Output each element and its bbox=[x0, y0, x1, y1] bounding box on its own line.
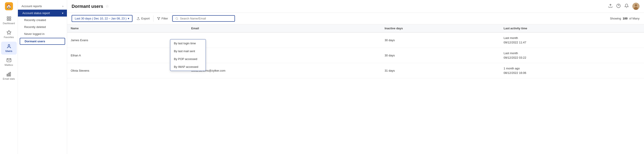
sidebar-item-dashboard[interactable]: Dashboard bbox=[1, 14, 17, 27]
recently-deleted-label: Recently deleted bbox=[24, 25, 46, 29]
dropdown-item-last-mail[interactable]: By last mail sent bbox=[170, 47, 206, 55]
chevron-right-icon: › bbox=[62, 5, 63, 8]
sidebar-item-label: Email stats bbox=[3, 78, 15, 80]
sidebar-item-label: Users bbox=[5, 50, 12, 52]
dormant-users-table: Name Email Inactive days Last activity t… bbox=[67, 24, 644, 78]
sidebar-item-label: Favorites bbox=[4, 36, 14, 38]
export-label: Export bbox=[141, 17, 150, 20]
filter-button[interactable]: Filter bbox=[154, 16, 171, 22]
svg-marker-4 bbox=[7, 30, 11, 34]
divider-2 bbox=[153, 16, 154, 22]
sidebar-item-dormant-users[interactable]: Dormant users bbox=[20, 38, 65, 45]
cell-name: Olivia Stevens bbox=[67, 63, 188, 78]
table-container: Name Email Inactive days Last activity t… bbox=[67, 24, 644, 154]
table-row: Ethan A crmwo... 30 days Last month 09/1… bbox=[67, 48, 644, 63]
svg-point-5 bbox=[8, 44, 10, 46]
sidebar-item-mailbox[interactable]: Mailbox bbox=[1, 56, 17, 68]
sidebar-item-recently-created[interactable]: Recently created bbox=[18, 16, 67, 24]
svg-rect-1 bbox=[9, 17, 10, 18]
sidebar-second: Account reports › Account status report … bbox=[18, 0, 67, 154]
cell-last-activity: Last month 09/12/2022 11:47 bbox=[500, 32, 644, 48]
svg-line-19 bbox=[178, 19, 178, 20]
cell-name: James Evans bbox=[67, 32, 188, 48]
svg-point-14 bbox=[635, 4, 637, 6]
showing-number: 100 bbox=[623, 17, 628, 20]
favorite-star-icon[interactable]: ☆ bbox=[106, 4, 109, 9]
cell-inactive-days: 31 days bbox=[381, 63, 500, 78]
dropdown-item-pop-accessed[interactable]: By POP accessed bbox=[170, 55, 206, 63]
sidebar-item-favorites[interactable]: Favorites bbox=[1, 28, 17, 41]
page-title-area: Dormant users ☆ bbox=[72, 4, 109, 9]
svg-rect-2 bbox=[7, 19, 8, 20]
dormant-users-label: Dormant users bbox=[24, 40, 45, 43]
account-status-label: Account status report bbox=[22, 12, 50, 15]
star-icon bbox=[6, 30, 12, 35]
date-filter-button[interactable]: Last 30 days ( Dec 10, 22 – Jan 08, 23 )… bbox=[72, 15, 132, 22]
export-button[interactable]: Export bbox=[134, 16, 153, 22]
chevron-down-icon: ▾ bbox=[62, 12, 63, 15]
last-activity-datetime: 09/12/2022 11:47 bbox=[504, 40, 640, 45]
search-box[interactable] bbox=[172, 15, 235, 22]
avatar[interactable] bbox=[632, 3, 640, 10]
col-name: Name bbox=[67, 24, 188, 32]
cell-email: crmwo... bbox=[188, 48, 381, 63]
table-header-row: Name Email Inactive days Last activity t… bbox=[67, 24, 644, 32]
showing-label: Showing bbox=[610, 17, 621, 20]
svg-rect-8 bbox=[8, 73, 9, 76]
avatar-image bbox=[632, 3, 640, 10]
showing-suffix: of Many bbox=[629, 17, 640, 20]
col-email: Email bbox=[188, 24, 381, 32]
sidebar-item-email-stats[interactable]: Email stats bbox=[1, 70, 17, 82]
mail-icon bbox=[6, 58, 12, 63]
svg-rect-0 bbox=[7, 17, 8, 18]
col-inactive-days: Inactive days bbox=[381, 24, 500, 32]
toolbar-left: Last 30 days ( Dec 10, 22 – Jan 08, 23 )… bbox=[72, 15, 235, 22]
sidebar-item-never-logged-in[interactable]: Never logged in bbox=[18, 30, 67, 38]
account-reports-label: Account reports bbox=[22, 4, 42, 8]
search-input[interactable] bbox=[180, 17, 232, 20]
filter-icon bbox=[157, 17, 160, 20]
dropdown-item-imap-accessed[interactable]: By IMAP accessed bbox=[170, 63, 206, 71]
toolbar: Last 30 days ( Dec 10, 22 – Jan 08, 23 )… bbox=[67, 13, 644, 24]
date-filter-label: Last 30 days ( Dec 10, 22 – Jan 08, 23 ) bbox=[75, 17, 126, 20]
cell-email: james.e... bbox=[188, 32, 381, 48]
dropdown-item-last-login[interactable]: By last login time bbox=[170, 40, 206, 47]
cell-last-activity: Last month 09/12/2022 03:22 bbox=[500, 48, 644, 63]
cell-inactive-days: 30 days bbox=[381, 48, 500, 63]
user-icon bbox=[6, 44, 12, 49]
top-bar-actions bbox=[608, 3, 640, 10]
svg-rect-9 bbox=[10, 72, 10, 76]
sidebar-item-label: Dashboard bbox=[3, 22, 15, 24]
chart-icon bbox=[6, 72, 12, 76]
upload-icon[interactable] bbox=[608, 4, 613, 9]
last-activity-relative: 1 month ago bbox=[504, 66, 640, 71]
sidebar-item-account-status[interactable]: Account status report ▾ bbox=[18, 10, 67, 16]
cell-inactive-days: 30 days bbox=[381, 32, 500, 48]
export-icon bbox=[137, 17, 140, 20]
svg-rect-7 bbox=[7, 74, 8, 76]
grid-icon bbox=[6, 16, 12, 21]
notification-icon[interactable] bbox=[624, 4, 629, 9]
table-row: Olivia Stevens olivia.stevens@zylker.com… bbox=[67, 63, 644, 78]
cell-name: Ethan A bbox=[67, 48, 188, 63]
help-icon[interactable] bbox=[616, 4, 621, 9]
col-last-activity: Last activity time bbox=[500, 24, 644, 32]
table-row: James Evans james.e... 30 days Last mont… bbox=[67, 32, 644, 48]
cell-email: olivia.stevens@zylker.com bbox=[188, 63, 381, 78]
main-content: Dormant users ☆ bbox=[67, 0, 644, 154]
account-reports-header[interactable]: Account reports › bbox=[18, 3, 67, 10]
divider-1 bbox=[133, 16, 133, 22]
top-bar: Dormant users ☆ bbox=[67, 0, 644, 13]
sort-dropdown-menu: By last login time By last mail sent By … bbox=[170, 39, 206, 71]
sidebar-item-label: Mailbox bbox=[5, 64, 13, 66]
chevron-down-icon: ▾ bbox=[128, 17, 129, 20]
page-title: Dormant users bbox=[72, 4, 103, 9]
sidebar-item-users[interactable]: Users bbox=[1, 42, 17, 54]
sidebar-item-recently-deleted[interactable]: Recently deleted bbox=[18, 24, 67, 30]
search-icon bbox=[176, 17, 178, 20]
last-activity-datetime: 08/12/2022 16:06 bbox=[504, 71, 640, 75]
last-activity-relative: Last month bbox=[504, 51, 640, 56]
svg-rect-3 bbox=[9, 19, 10, 20]
recently-created-label: Recently created bbox=[24, 18, 46, 22]
last-activity-relative: Last month bbox=[504, 36, 640, 40]
